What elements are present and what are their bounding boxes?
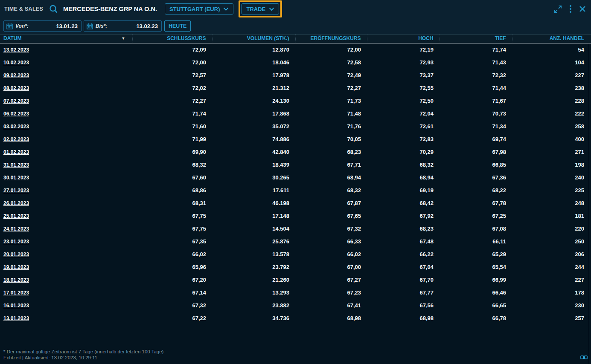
expand-icon[interactable] bbox=[554, 5, 562, 13]
table-row: 24.01.202367,7514.50467,3268,2367,08220 bbox=[0, 222, 591, 235]
scrollbar-track[interactable] bbox=[589, 43, 589, 364]
table-row: 10.02.202372,0018.04672,5872,9371,43104 bbox=[0, 56, 591, 69]
cell-tief: 67,98 bbox=[440, 146, 512, 159]
cell-tief: 66,78 bbox=[440, 312, 512, 325]
date-link[interactable]: 01.02.2023 bbox=[3, 149, 29, 155]
annotation-highlight-box: TRADE bbox=[239, 0, 282, 17]
cell-datum: 03.02.2023 bbox=[0, 120, 132, 133]
cell-volumen: 18.439 bbox=[212, 159, 295, 171]
column-header-volumen[interactable]: VOLUMEN (STK.) bbox=[212, 35, 295, 43]
cell-eroeffnungskurs: 71,76 bbox=[295, 120, 367, 133]
exchange-select[interactable]: STUTTGART (EUR) bbox=[165, 3, 233, 14]
cell-schlusskurs: 69,90 bbox=[132, 146, 212, 159]
cell-schlusskurs: 66,02 bbox=[132, 248, 212, 261]
cell-hoch: 70,29 bbox=[367, 146, 440, 159]
column-header-eroeffnungskurs[interactable]: ERÖFFNUNGSKURS bbox=[295, 35, 367, 43]
cell-hoch: 68,98 bbox=[367, 312, 440, 325]
date-link[interactable]: 26.01.2023 bbox=[3, 200, 29, 206]
cell-volumen: 21.260 bbox=[212, 274, 295, 286]
trade-button[interactable]: TRADE bbox=[242, 3, 279, 14]
close-icon[interactable] bbox=[579, 6, 586, 12]
table-row: 16.01.202367,3223.88267,4167,5666,65230 bbox=[0, 299, 591, 312]
cell-hoch: 67,77 bbox=[367, 286, 440, 299]
date-link[interactable]: 16.01.2023 bbox=[3, 303, 29, 309]
date-link[interactable]: 20.01.2023 bbox=[3, 251, 29, 257]
search-icon[interactable] bbox=[48, 4, 59, 14]
cell-volumen: 17.611 bbox=[212, 184, 295, 197]
date-link[interactable]: 07.02.2023 bbox=[3, 98, 29, 104]
column-header-datum[interactable]: DATUM ▼ bbox=[0, 35, 132, 43]
cell-eroeffnungskurs: 71,73 bbox=[295, 95, 367, 107]
date-link[interactable]: 13.01.2023 bbox=[3, 315, 29, 321]
kebab-menu-icon[interactable] bbox=[569, 5, 572, 13]
date-link[interactable]: 24.01.2023 bbox=[3, 226, 29, 232]
date-link[interactable]: 25.01.2023 bbox=[3, 213, 29, 219]
date-link[interactable]: 02.02.2023 bbox=[3, 136, 29, 142]
table-row: 17.01.202367,1413.29367,2367,7766,46178 bbox=[0, 286, 591, 299]
cell-datum: 02.02.2023 bbox=[0, 133, 132, 146]
cell-schlusskurs: 68,32 bbox=[132, 159, 212, 171]
instrument-name: MERCEDES-BENZ GRP NA O.N. bbox=[63, 6, 157, 12]
column-header-schlusskurs[interactable]: SCHLUSSKURS bbox=[132, 35, 212, 43]
date-link[interactable]: 09.02.2023 bbox=[3, 72, 29, 78]
date-link[interactable]: 19.01.2023 bbox=[3, 264, 29, 270]
date-link[interactable]: 13.02.2023 bbox=[3, 47, 29, 53]
column-header-anz-handel[interactable]: ANZ. HANDEL bbox=[512, 35, 591, 43]
cell-tief: 66,99 bbox=[440, 274, 512, 286]
cell-schlusskurs: 72,09 bbox=[132, 43, 212, 56]
table-row: 20.01.202366,0213.57866,0266,2265,29206 bbox=[0, 248, 591, 261]
cell-volumen: 13.578 bbox=[212, 248, 295, 261]
cell-eroeffnungskurs: 66,02 bbox=[295, 248, 367, 261]
heute-button[interactable]: HEUTE bbox=[164, 20, 191, 32]
table-body: 13.02.202372,0912.87072,0072,1971,745410… bbox=[0, 43, 591, 325]
table-row: 07.02.202372,2724.13071,7372,5071,67228 bbox=[0, 95, 591, 107]
von-date-input[interactable]: Von*: 13.01.23 bbox=[3, 20, 82, 32]
cell-datum: 18.01.2023 bbox=[0, 274, 132, 286]
table-row: 13.02.202372,0912.87072,0072,1971,7454 bbox=[0, 43, 591, 56]
cell-volumen: 35.072 bbox=[212, 120, 295, 133]
date-link[interactable]: 27.01.2023 bbox=[3, 188, 29, 194]
column-header-hoch[interactable]: HOCH bbox=[367, 35, 440, 43]
table-header-row: DATUM ▼ SCHLUSSKURS VOLUMEN (STK.) ERÖFF… bbox=[0, 35, 591, 43]
date-link[interactable]: 30.01.2023 bbox=[3, 175, 29, 181]
table-row: 19.01.202365,9623.79267,0067,0465,54244 bbox=[0, 261, 591, 274]
cell-schlusskurs: 67,35 bbox=[132, 235, 212, 248]
sort-desc-icon: ▼ bbox=[122, 36, 125, 40]
date-link[interactable]: 10.02.2023 bbox=[3, 60, 29, 66]
cell-anz-handel: 250 bbox=[512, 235, 591, 248]
cell-eroeffnungskurs: 67,00 bbox=[295, 261, 367, 274]
cell-eroeffnungskurs: 67,71 bbox=[295, 159, 367, 171]
cell-datum: 10.02.2023 bbox=[0, 56, 132, 69]
cell-anz-handel: 258 bbox=[512, 120, 591, 133]
cell-anz-handel: 248 bbox=[512, 197, 591, 210]
date-link[interactable]: 03.02.2023 bbox=[3, 124, 29, 130]
cell-anz-handel: 227 bbox=[512, 69, 591, 82]
table-row: 31.01.202368,3218.43967,7168,3266,85198 bbox=[0, 159, 591, 171]
date-link[interactable]: 31.01.2023 bbox=[3, 162, 29, 168]
table-row: 09.02.202372,5717.97872,4973,3772,32227 bbox=[0, 69, 591, 82]
cell-schlusskurs: 72,00 bbox=[132, 56, 212, 69]
cell-eroeffnungskurs: 67,87 bbox=[295, 197, 367, 210]
cell-hoch: 67,56 bbox=[367, 299, 440, 312]
cell-tief: 65,54 bbox=[440, 261, 512, 274]
cell-tief: 66,11 bbox=[440, 235, 512, 248]
date-link[interactable]: 17.01.2023 bbox=[3, 290, 29, 296]
cell-tief: 71,34 bbox=[440, 120, 512, 133]
trade-button-label: TRADE bbox=[246, 6, 265, 12]
cell-datum: 07.02.2023 bbox=[0, 95, 132, 107]
cell-volumen: 42.840 bbox=[212, 146, 295, 159]
date-link[interactable]: 08.02.2023 bbox=[3, 85, 29, 91]
link-icon[interactable] bbox=[580, 355, 588, 360]
cell-volumen: 34.736 bbox=[212, 312, 295, 325]
cell-tief: 65,29 bbox=[440, 248, 512, 261]
table-row: 18.01.202367,2021.26067,2767,7066,99227 bbox=[0, 274, 591, 286]
cell-volumen: 46.198 bbox=[212, 197, 295, 210]
date-link[interactable]: 06.02.2023 bbox=[3, 111, 29, 117]
table-row: 30.01.202367,6030.26568,9468,9467,36240 bbox=[0, 171, 591, 184]
date-link[interactable]: 18.01.2023 bbox=[3, 277, 29, 283]
cell-anz-handel: 271 bbox=[512, 146, 591, 159]
date-link[interactable]: 23.01.2023 bbox=[3, 239, 29, 245]
column-header-tief[interactable]: TIEF bbox=[440, 35, 512, 43]
cell-volumen: 23.792 bbox=[212, 261, 295, 274]
bis-date-input[interactable]: Bis*: 13.02.23 bbox=[84, 20, 162, 32]
